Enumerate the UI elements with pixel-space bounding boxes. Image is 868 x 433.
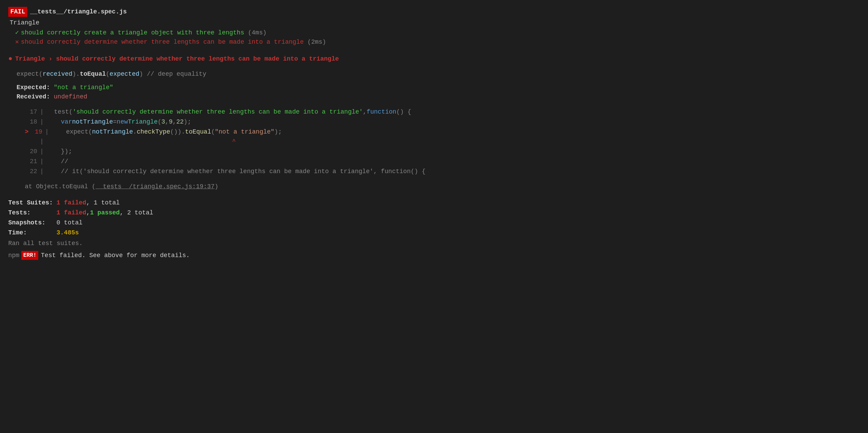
summary-suites-failed: 1 failed	[56, 198, 86, 208]
arrow-placeholder-18	[48, 117, 53, 127]
arrow-placeholder-22	[48, 167, 53, 177]
expected-param: expected	[110, 71, 139, 77]
code-18-new: new	[117, 117, 128, 127]
received-param: received	[43, 71, 72, 77]
received-value: undefined	[54, 93, 87, 100]
summary-tests-comma: ,	[86, 208, 90, 218]
line-sep-21: |	[40, 157, 44, 167]
line-sep-22: |	[40, 167, 44, 177]
code-19-call: ()).	[170, 127, 185, 137]
error-detail-section: expect(received).toEqual(expected) // de…	[17, 70, 860, 191]
summary-tests-label: Tests:	[8, 208, 56, 218]
expect-paren: ).	[72, 71, 80, 77]
test-pass-line: ✓should correctly create a triangle obje…	[15, 28, 860, 38]
ran-line: Ran all test suites.	[8, 239, 860, 248]
arrow-19: >	[25, 127, 29, 137]
test-fail-timing: (2ms)	[308, 39, 326, 45]
code-line-18: 18 | var notTriangle = new Triangle(3,9,…	[25, 117, 860, 127]
line-number-21: 21	[25, 157, 37, 167]
summary-suites-total: , 1 total	[86, 198, 120, 208]
summary-tests-total: , 2 total	[120, 208, 153, 218]
code-17-str: 'should correctly determine whether thre…	[73, 107, 363, 117]
npm-label: npm	[8, 251, 19, 260]
code-18-eq: =	[113, 117, 117, 127]
expect-open: (	[106, 71, 110, 77]
code-line-20: 20 | });	[25, 147, 860, 157]
code-18-varname: notTriangle	[72, 117, 113, 127]
expect-fn: expect(	[17, 71, 43, 77]
at-link: __tests__/triangle.spec.js:19:37	[95, 183, 215, 190]
code-19-var: notTriangle	[92, 127, 133, 137]
code-22-comment: // it('should correctly determine whethe…	[61, 167, 426, 177]
arrow-placeholder-20	[48, 147, 53, 157]
line-number-20: 20	[25, 147, 37, 157]
code-19-str: "not a triangle"	[215, 127, 275, 137]
code-18-n3: 22	[176, 117, 184, 127]
code-18-var: var	[61, 117, 72, 127]
code-18-n2: 9	[169, 117, 173, 127]
arrow-placeholder-caret	[48, 137, 53, 147]
summary-time-value: 3.485s	[56, 228, 79, 237]
summary-snapshots-value: 0 total	[56, 218, 83, 228]
line-sep-17: |	[40, 107, 44, 117]
summary-section: Test Suites: 1 failed , 1 total Tests: 1…	[8, 198, 860, 248]
code-17-text3: () {	[396, 107, 411, 117]
test-fail-label: should correctly determine whether three…	[21, 39, 308, 45]
code-19-toequal: toEqual	[185, 127, 211, 137]
code-18-n1: 3	[162, 117, 165, 127]
code-block: 17 | test('should correctly determine wh…	[25, 107, 860, 177]
header-line: FAIL __tests__/triangle.spec.js	[8, 7, 860, 17]
expected-value: "not a triangle"	[54, 84, 113, 91]
code-18-paren: (	[158, 117, 162, 127]
code-21-comment: //	[61, 157, 69, 167]
line-number-19: 19	[30, 127, 42, 137]
received-label: Received:	[17, 93, 50, 100]
error-title: Triangle › should correctly determine wh…	[15, 55, 339, 62]
summary-time-label: Time:	[8, 228, 56, 237]
suite-name: Triangle	[10, 18, 860, 28]
line-number-18: 18	[25, 117, 37, 127]
summary-suites-line: Test Suites: 1 failed , 1 total	[8, 198, 860, 208]
expected-line: Expected: "not a triangle"	[17, 83, 860, 92]
line-sep-20: |	[40, 147, 44, 157]
line-number-caret	[25, 137, 37, 147]
test-pass-timing: (4ms)	[248, 29, 267, 36]
expect-close: )	[140, 71, 143, 77]
summary-snapshots-line: Snapshots: 0 total	[8, 218, 860, 228]
code-17-fn: function	[366, 107, 396, 117]
arrow-placeholder-21	[48, 157, 53, 167]
summary-time-line: Time: 3.485s	[8, 228, 860, 237]
code-19-end: );	[275, 127, 282, 137]
error-bullet: ●	[8, 55, 12, 63]
expect-comment: // deep equality	[143, 71, 206, 77]
expected-label: Expected:	[17, 84, 50, 91]
filename: __tests__/triangle.spec.js	[30, 7, 127, 17]
code-line-17: 17 | test('should correctly determine wh…	[25, 107, 860, 117]
toequal-fn: toEqual	[80, 71, 106, 77]
arrow-placeholder-17	[48, 107, 53, 117]
code-19-dot1: .	[133, 127, 137, 137]
npm-footer: npm ERR! Test failed. See above for more…	[8, 251, 860, 260]
fail-badge: FAIL	[8, 7, 27, 17]
cross-icon: ✕	[15, 39, 19, 45]
code-18-comma1: ,	[165, 117, 169, 127]
code-19-expect: expect(	[66, 127, 92, 137]
code-18-comma2: ,	[173, 117, 176, 127]
error-title-section: ●Triangle › should correctly determine w…	[8, 54, 860, 64]
npm-err-text: Test failed. See above for more details.	[41, 251, 190, 260]
test-pass-label: should correctly create a triangle objec…	[21, 29, 248, 36]
summary-tests-passed: 1 passed	[90, 208, 120, 218]
code-caret-line: | ^	[25, 137, 860, 147]
at-text: at Object.toEqual (	[25, 183, 95, 190]
line-number-22: 22	[25, 167, 37, 177]
code-18-class: Triangle	[128, 117, 157, 127]
expect-line: expect(received).toEqual(expected) // de…	[17, 70, 860, 79]
code-line-21: 21 | //	[25, 157, 860, 167]
received-line: Received: undefined	[17, 92, 860, 102]
summary-tests-line: Tests: 1 failed , 1 passed , 2 total	[8, 208, 860, 218]
summary-snapshots-label: Snapshots:	[8, 218, 56, 228]
code-17-text2: ,	[363, 107, 366, 117]
code-19-open: (	[211, 127, 215, 137]
at-close: )	[215, 183, 218, 190]
caret-spaces: ^	[61, 137, 236, 147]
